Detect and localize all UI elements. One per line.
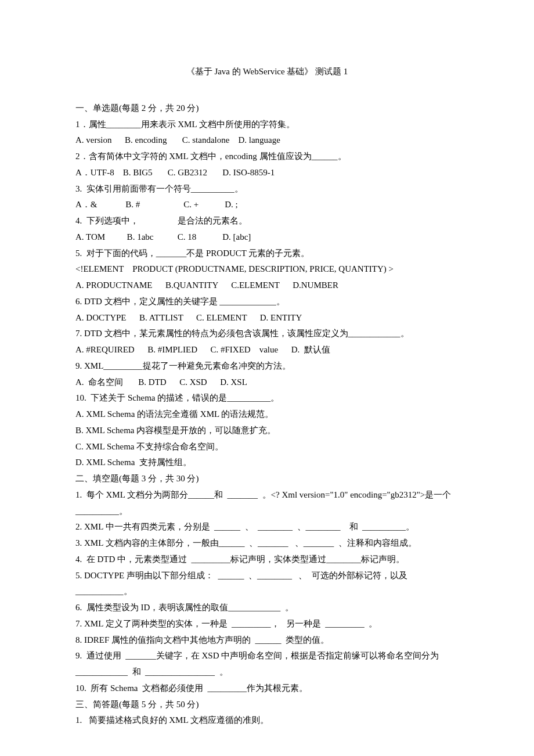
question-7-options: A. #REQUIRED B. #IMPLIED C. #FIXED value… [75, 342, 459, 358]
question-7: 7. DTD 文档中，某元素属性的特点为必须包含该属性，该属性应定义为_____… [75, 326, 459, 342]
fill-1: 1. 每个 XML 文档分为两部分______和 _______ 。<? Xml… [75, 487, 459, 520]
question-5-code: <!ELEMENT PRODUCT (PRODUCTNAME, DESCRIPT… [75, 261, 459, 278]
question-1-options: A. version B. encoding C. standalone D. … [75, 132, 459, 149]
fill-7: 7. XML 定义了两种类型的实体，一种是 _________， 另一种是 __… [75, 616, 459, 632]
question-10-option-c: C. XML Schema 不支持综合命名空间。 [75, 439, 459, 455]
fill-8: 8. IDREF 属性的值指向文档中其他地方声明的 ______ 类型的值。 [75, 632, 459, 649]
section-1-header: 一、单选题(每题 2 分，共 20 分) [75, 100, 459, 117]
fill-4: 4. 在 DTD 中，元素类型通过 _________标记声明，实体类型通过__… [75, 552, 459, 568]
question-4: 4. 下列选项中， 是合法的元素名。 [75, 213, 459, 229]
question-1: 1．属性________用来表示 XML 文档中所使用的字符集。 [75, 117, 459, 133]
question-2-options: A．UTF-8 B. BIG5 C. GB2312 D. ISO-8859-1 [75, 165, 459, 181]
section-2-header: 二、填空题(每题 3 分，共 30 分) [75, 471, 459, 487]
question-10: 10. 下述关于 Schema 的描述，错误的是__________。 [75, 390, 459, 406]
fill-2: 2. XML 中一共有四类元素，分别是 ______ 、 ________ 、_… [75, 519, 459, 535]
fill-10: 10. 所有 Schema 文档都必须使用 _________作为其根元素。 [75, 681, 459, 697]
section-3-header: 三、简答题(每题 5 分，共 50 分) [75, 697, 459, 713]
question-10-option-a: A. XML Schema 的语法完全遵循 XML 的语法规范。 [75, 406, 459, 423]
document-title: 《基于 Java 的 WebService 基础》 测试题 1 [75, 64, 459, 80]
question-6-options: A. DOCTYPE B. ATTLIST C. ELEMENT D. ENTI… [75, 310, 459, 326]
fill-3: 3. XML 文档内容的主体部分，一般由______ 、_______ 、___… [75, 535, 459, 552]
question-3: 3. 实体引用前面带有一个符号__________。 [75, 181, 459, 197]
fill-5: 5. DOCTYPE 声明由以下部分组成： ______ 、________ 、… [75, 568, 459, 600]
question-4-options: A. TOM B. 1abc C. 18 D. [abc] [75, 229, 459, 246]
question-3-options: A．& B. # C. + D. ; [75, 197, 459, 213]
question-2: 2．含有简体中文字符的 XML 文档中，encoding 属性值应设为_____… [75, 149, 459, 165]
fill-6: 6. 属性类型设为 ID，表明该属性的取值____________ 。 [75, 600, 459, 616]
short-answer-1: 1. 简要描述格式良好的 XML 文档应遵循的准则。 [75, 712, 459, 729]
question-10-option-d: D. XML Schema 支持属性组。 [75, 455, 459, 471]
fill-9: 9. 通过使用 _______关键字，在 XSD 中声明命名空间，根据是否指定前… [75, 648, 459, 681]
question-9-options: A. 命名空间 B. DTD C. XSD D. XSL [75, 375, 459, 391]
question-6: 6. DTD 文档中，定义属性的关键字是 _____________。 [75, 294, 459, 310]
document-body: 一、单选题(每题 2 分，共 20 分) 1．属性________用来表示 XM… [75, 100, 459, 729]
question-9: 9. XML_________提花了一种避免元素命名冲突的方法。 [75, 358, 459, 375]
question-5: 5. 对于下面的代码，_______不是 PRODUCT 元素的子元素。 [75, 246, 459, 262]
question-10-option-b: B. XML Schema 内容模型是开放的，可以随意扩充。 [75, 423, 459, 439]
question-5-options: A. PRODUCTNAME B.QUANTITY C.ELEMENT D.NU… [75, 278, 459, 294]
